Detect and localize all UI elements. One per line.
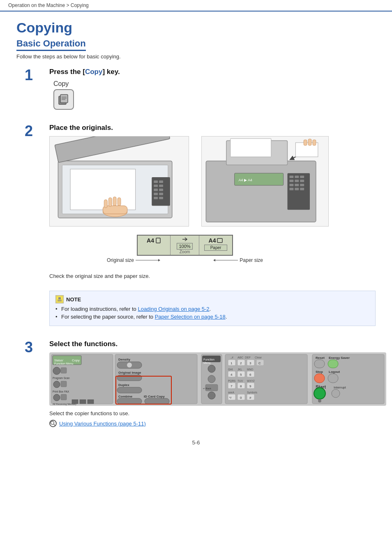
copy-key-label: Copy — [53, 80, 69, 88]
svg-point-92 — [208, 375, 215, 383]
svg-text:Print Box FAX: Print Box FAX — [53, 390, 69, 393]
svg-rect-66 — [61, 368, 67, 373]
note-item-2: For selecting the paper source, refer to… — [55, 314, 369, 320]
magnifier-link-area: Using Various Functions (page 5-11) — [49, 420, 386, 427]
svg-rect-141 — [314, 360, 325, 368]
various-functions-link[interactable]: Using Various Functions (page 5-11) — [59, 421, 146, 427]
page-footer: 5-6 — [16, 439, 376, 446]
svg-text:9: 9 — [249, 384, 251, 388]
arrow-right-icon — [182, 236, 188, 242]
svg-text:Status/: Status/ — [54, 359, 63, 362]
original-size-label-area: Original size — [107, 257, 160, 263]
svg-point-151 — [318, 399, 321, 402]
svg-rect-46 — [289, 188, 293, 190]
step-1-number: 1 — [25, 68, 42, 83]
lcd-zoom-value: 100% — [177, 243, 192, 250]
svg-text:Combine: Combine — [118, 395, 133, 398]
svg-rect-56 — [58, 297, 61, 299]
check-text: Check the original size and the paper si… — [49, 273, 376, 279]
landscape-icon — [217, 238, 223, 243]
svg-rect-49 — [156, 238, 160, 243]
svg-rect-33 — [313, 140, 316, 146]
note-icon — [55, 295, 64, 303]
svg-rect-45 — [300, 184, 304, 186]
step-1-title: Press the [Copy] key. — [49, 68, 376, 76]
svg-text:Duplex: Duplex — [118, 383, 129, 387]
originals-images: A4 ▶ A4 — [49, 136, 376, 227]
svg-rect-88 — [145, 398, 169, 404]
adf-illustration: A4 ▶ A4 — [201, 136, 329, 227]
portrait-icon — [155, 238, 161, 243]
svg-rect-31 — [304, 140, 307, 146]
svg-rect-17 — [159, 193, 163, 195]
svg-text:Copy: Copy — [72, 358, 80, 362]
svg-rect-10 — [154, 180, 158, 183]
svg-rect-84 — [117, 387, 142, 393]
svg-text:2: 2 — [240, 361, 242, 365]
lcd-zoom-area: 100% Zoom — [171, 236, 199, 255]
steps-container: 1 Press the [Copy] key. Copy — [25, 68, 376, 427]
svg-text:JKL: JKL — [238, 368, 242, 371]
svg-rect-1 — [60, 95, 68, 103]
svg-rect-38 — [295, 176, 299, 178]
loading-originals-link[interactable]: Loading Originals on page 5-2 — [138, 306, 209, 312]
paper-size-label: Paper size — [240, 257, 263, 263]
svg-text:Original Image: Original Image — [118, 371, 141, 375]
svg-point-152 — [51, 421, 54, 425]
step-2: 2 Place the originals. — [25, 124, 376, 330]
arrow-to-lcd-left — [136, 258, 160, 262]
svg-text:C: C — [258, 361, 261, 365]
lcd-zoom-label: Zoom — [180, 250, 190, 254]
svg-rect-15 — [159, 189, 163, 191]
paper-selection-link[interactable]: Paper Selection on page 5-18 — [155, 314, 226, 320]
step-3-title: Select the functions. — [49, 340, 386, 348]
svg-rect-75 — [80, 400, 86, 404]
svg-text:Symbols: Symbols — [247, 391, 258, 394]
intro-text: Follow the steps as below for basic copy… — [16, 53, 376, 60]
svg-text:Menu: Menu — [203, 361, 211, 364]
svg-rect-48 — [300, 188, 304, 190]
paper-size-label-area: Paper size — [213, 257, 263, 263]
svg-text:7: 7 — [231, 384, 233, 388]
svg-text:Energy Saver: Energy Saver — [329, 356, 350, 360]
svg-point-68 — [53, 381, 60, 388]
svg-rect-23 — [108, 198, 112, 207]
breadcrumb: Operation on the Machine > Copying — [0, 0, 392, 12]
svg-rect-42 — [300, 180, 304, 182]
svg-text:MNO: MNO — [247, 368, 253, 371]
step-1-body: Press the [Copy] key. Copy — [49, 68, 376, 114]
svg-rect-43 — [289, 184, 293, 186]
svg-rect-18 — [154, 197, 158, 199]
svg-text:Stop: Stop — [316, 370, 323, 374]
svg-text:0: 0 — [240, 396, 242, 400]
svg-text:Function: Function — [203, 358, 214, 361]
svg-rect-14 — [154, 189, 158, 191]
svg-rect-32 — [308, 139, 311, 146]
svg-text:#: # — [249, 396, 251, 400]
svg-text:DEF: DEF — [245, 356, 251, 359]
svg-rect-72 — [61, 394, 67, 400]
svg-text:Density: Density — [118, 358, 130, 361]
step-3: 3 Select the functions. Status/ Function… — [25, 340, 376, 427]
svg-rect-44 — [295, 184, 299, 186]
svg-text:1: 1 — [231, 361, 233, 365]
svg-text:Reset: Reset — [316, 356, 325, 360]
svg-rect-13 — [159, 185, 163, 187]
control-panel-svg: Status/ Function Menu Copy Program Scan … — [49, 352, 386, 406]
step-3-body: Select the functions. Status/ Function M… — [49, 340, 386, 427]
svg-rect-6 — [55, 136, 170, 162]
svg-rect-40 — [289, 180, 293, 182]
search-icon — [50, 420, 56, 427]
svg-rect-19 — [159, 197, 163, 199]
svg-rect-74 — [72, 400, 78, 404]
svg-text:Logout: Logout — [329, 370, 340, 374]
step-2-title: Place the originals. — [49, 124, 376, 132]
svg-rect-50 — [217, 238, 222, 243]
svg-text:3: 3 — [249, 361, 251, 365]
svg-rect-28 — [231, 139, 271, 157]
svg-rect-86 — [117, 398, 142, 404]
step-2-body: Place the originals. — [49, 124, 376, 330]
arrow-to-lcd-right — [213, 258, 238, 262]
svg-text:↩ Back: ↩ Back — [203, 387, 212, 390]
lcd-display-area: A4 — [49, 235, 321, 263]
